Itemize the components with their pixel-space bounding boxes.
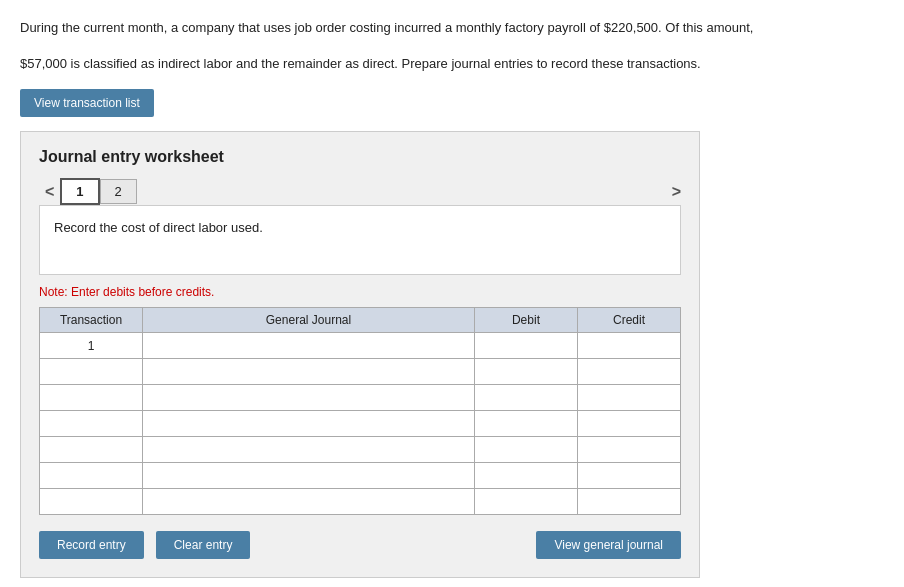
- table-row: [40, 359, 681, 385]
- row1-debit-input[interactable]: [475, 333, 577, 358]
- row7-debit[interactable]: [474, 489, 577, 515]
- row4-credit[interactable]: [577, 411, 680, 437]
- col-header-transaction: Transaction: [40, 308, 143, 333]
- row3-credit-input[interactable]: [578, 385, 680, 410]
- row1-journal-input[interactable]: [143, 333, 474, 358]
- table-row: [40, 437, 681, 463]
- row4-transaction: [40, 411, 143, 437]
- col-header-general-journal: General Journal: [143, 308, 475, 333]
- row3-debit-input[interactable]: [475, 385, 577, 410]
- table-row: [40, 489, 681, 515]
- row1-credit[interactable]: [577, 333, 680, 359]
- row6-journal-input[interactable]: [143, 463, 474, 488]
- row3-journal-input[interactable]: [143, 385, 474, 410]
- problem-text-line2: $57,000 is classified as indirect labor …: [20, 54, 880, 74]
- worksheet-container: Journal entry worksheet < 1 2 > Record t…: [20, 131, 700, 578]
- row2-journal-input[interactable]: [143, 359, 474, 384]
- row5-debit-input[interactable]: [475, 437, 577, 462]
- tab-1[interactable]: 1: [60, 178, 99, 205]
- row5-journal[interactable]: [143, 437, 475, 463]
- instruction-text: Record the cost of direct labor used.: [54, 220, 263, 235]
- table-row: [40, 463, 681, 489]
- row6-credit-input[interactable]: [578, 463, 680, 488]
- row4-debit[interactable]: [474, 411, 577, 437]
- worksheet-title: Journal entry worksheet: [39, 148, 681, 166]
- row1-debit[interactable]: [474, 333, 577, 359]
- col-header-credit: Credit: [577, 308, 680, 333]
- row5-journal-input[interactable]: [143, 437, 474, 462]
- row5-credit-input[interactable]: [578, 437, 680, 462]
- row6-debit[interactable]: [474, 463, 577, 489]
- instruction-box: Record the cost of direct labor used.: [39, 205, 681, 275]
- table-row: 1: [40, 333, 681, 359]
- action-buttons: Record entry Clear entry View general jo…: [39, 531, 681, 559]
- table-row: [40, 411, 681, 437]
- row5-transaction: [40, 437, 143, 463]
- row5-credit[interactable]: [577, 437, 680, 463]
- table-row: [40, 385, 681, 411]
- row3-credit[interactable]: [577, 385, 680, 411]
- row6-credit[interactable]: [577, 463, 680, 489]
- tab-2[interactable]: 2: [100, 179, 137, 204]
- row2-credit-input[interactable]: [578, 359, 680, 384]
- tab-next-arrow[interactable]: >: [672, 183, 681, 201]
- row1-credit-input[interactable]: [578, 333, 680, 358]
- row7-debit-input[interactable]: [475, 489, 577, 514]
- row4-credit-input[interactable]: [578, 411, 680, 436]
- row1-transaction: 1: [40, 333, 143, 359]
- row3-journal[interactable]: [143, 385, 475, 411]
- tab-navigation: < 1 2 >: [39, 178, 681, 205]
- view-transactions-button[interactable]: View transaction list: [20, 89, 154, 117]
- row2-debit-input[interactable]: [475, 359, 577, 384]
- clear-entry-button[interactable]: Clear entry: [156, 531, 251, 559]
- row2-journal[interactable]: [143, 359, 475, 385]
- row6-debit-input[interactable]: [475, 463, 577, 488]
- row2-debit[interactable]: [474, 359, 577, 385]
- row7-journal[interactable]: [143, 489, 475, 515]
- row4-debit-input[interactable]: [475, 411, 577, 436]
- note-text: Note: Enter debits before credits.: [39, 285, 681, 299]
- row6-journal[interactable]: [143, 463, 475, 489]
- row5-debit[interactable]: [474, 437, 577, 463]
- row7-transaction: [40, 489, 143, 515]
- row7-credit[interactable]: [577, 489, 680, 515]
- row7-credit-input[interactable]: [578, 489, 680, 514]
- row7-journal-input[interactable]: [143, 489, 474, 514]
- record-entry-button[interactable]: Record entry: [39, 531, 144, 559]
- journal-table: Transaction General Journal Debit Credit…: [39, 307, 681, 515]
- row2-credit[interactable]: [577, 359, 680, 385]
- row4-journal[interactable]: [143, 411, 475, 437]
- row6-transaction: [40, 463, 143, 489]
- row3-transaction: [40, 385, 143, 411]
- col-header-debit: Debit: [474, 308, 577, 333]
- row3-debit[interactable]: [474, 385, 577, 411]
- problem-text-line1: During the current month, a company that…: [20, 18, 880, 38]
- tab-prev-arrow[interactable]: <: [39, 179, 60, 205]
- view-general-journal-button[interactable]: View general journal: [536, 531, 681, 559]
- row1-journal[interactable]: [143, 333, 475, 359]
- row4-journal-input[interactable]: [143, 411, 474, 436]
- row2-transaction: [40, 359, 143, 385]
